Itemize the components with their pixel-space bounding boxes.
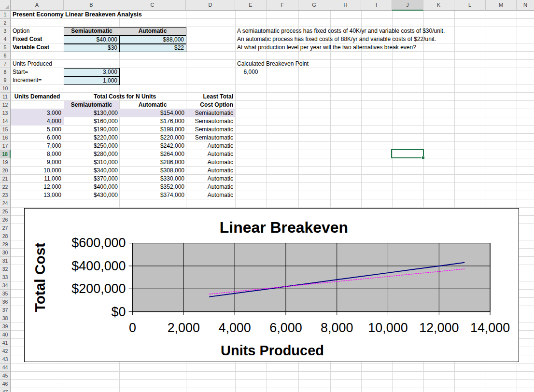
note-semiautomatic[interactable]: A semiautomatic process has fixed costs … — [237, 27, 445, 35]
row-header-34[interactable]: 34 — [0, 281, 11, 290]
row-header-23[interactable]: 23 — [0, 191, 11, 199]
row-header-33[interactable]: 33 — [0, 273, 11, 281]
column-header-D[interactable]: D — [186, 0, 235, 11]
row-header-14[interactable]: 14 — [0, 117, 11, 126]
row-header-5[interactable]: 5 — [0, 43, 11, 52]
row-header-26[interactable]: 26 — [0, 216, 11, 224]
row-header-24[interactable]: 24 — [0, 199, 11, 208]
column-header-F[interactable]: F — [267, 0, 298, 11]
cell-least-option[interactable]: Automatic — [186, 142, 235, 150]
row-header-3[interactable]: 3 — [0, 27, 11, 35]
row-header-29[interactable]: 29 — [0, 240, 11, 249]
row-header-47[interactable]: 47 — [0, 388, 11, 392]
row-header-25[interactable]: 25 — [0, 208, 11, 216]
units-produced-label-cell[interactable]: Units Produced — [13, 60, 52, 68]
row-header-21[interactable]: 21 — [0, 175, 11, 183]
cell-semi-cost[interactable]: $400,000 — [64, 183, 119, 191]
row-header-45[interactable]: 45 — [0, 372, 11, 380]
cell-least-option[interactable]: Automatic — [186, 175, 235, 183]
breakeven-value-cell[interactable]: 6,000 — [235, 68, 267, 76]
cell-units[interactable]: 12,000 — [11, 183, 64, 191]
column-header-J[interactable]: J — [392, 0, 423, 11]
breakeven-chart[interactable]: $0$200,000$400,000$600,00002,0004,0006,0… — [24, 208, 519, 362]
row-header-44[interactable]: 44 — [0, 364, 11, 372]
cell-least-option[interactable]: Automatic — [186, 183, 235, 191]
table-subheader-automatic[interactable]: Automatic — [119, 101, 186, 109]
row-header-39[interactable]: 39 — [0, 322, 11, 331]
cell-units[interactable]: 5,000 — [11, 126, 64, 134]
cell-auto-cost[interactable]: $374,000 — [119, 191, 186, 199]
row-header-30[interactable]: 30 — [0, 249, 11, 257]
cell-semi-cost[interactable]: $280,000 — [64, 150, 119, 158]
select-all-corner[interactable] — [0, 0, 11, 11]
row-header-32[interactable]: 32 — [0, 265, 11, 273]
start-label-cell[interactable]: Start= — [13, 68, 28, 76]
cell-semi-cost[interactable]: $220,000 — [64, 134, 119, 142]
cell-auto-cost[interactable]: $220,000 — [119, 134, 186, 142]
cell-units[interactable]: 8,000 — [11, 150, 64, 158]
cell-units[interactable]: 6,000 — [11, 134, 64, 142]
cell-semi-cost[interactable]: $340,000 — [64, 167, 119, 175]
row-header-9[interactable]: 9 — [0, 76, 11, 84]
table-header-cost-option[interactable]: Cost Option — [186, 101, 233, 109]
column-header-C[interactable]: C — [119, 0, 186, 11]
cell-auto-cost[interactable]: $352,000 — [119, 183, 186, 191]
row-header-35[interactable]: 35 — [0, 290, 11, 298]
row-header-17[interactable]: 17 — [0, 142, 11, 150]
row-header-20[interactable]: 20 — [0, 167, 11, 175]
column-header-G[interactable]: G — [298, 0, 330, 11]
cell-semi-cost[interactable]: $160,000 — [64, 117, 119, 126]
fill-handle[interactable] — [422, 156, 425, 159]
cell-semi-cost[interactable]: $310,000 — [64, 158, 119, 167]
cell-least-option[interactable]: Automatic — [186, 150, 235, 158]
column-header-B[interactable]: B — [64, 0, 119, 11]
cell-units[interactable]: 13,000 — [11, 191, 64, 199]
row-header-1[interactable]: 1 — [0, 11, 11, 19]
row-header-40[interactable]: 40 — [0, 331, 11, 339]
cell-semi-cost[interactable]: $430,000 — [64, 191, 119, 199]
column-header-E[interactable]: E — [235, 0, 267, 11]
row-header-36[interactable]: 36 — [0, 298, 11, 306]
row-header-16[interactable]: 16 — [0, 134, 11, 142]
increment-value-cell[interactable]: 1,000 — [64, 77, 120, 85]
variable-cost-label-cell[interactable]: Variable Cost — [13, 43, 49, 52]
variable-cost-automatic-cell[interactable]: $22 — [119, 44, 186, 52]
row-header-43[interactable]: 43 — [0, 355, 11, 364]
column-header-I[interactable]: I — [361, 0, 392, 11]
option-header-automatic[interactable]: Automatic — [119, 27, 186, 36]
row-header-6[interactable]: 6 — [0, 52, 11, 60]
table-header-least-total[interactable]: Least Total — [186, 93, 233, 101]
cell-semi-cost[interactable]: $370,000 — [64, 175, 119, 183]
start-value-cell[interactable]: 3,000 — [64, 68, 120, 77]
cell-auto-cost[interactable]: $154,000 — [119, 109, 186, 117]
row-header-8[interactable]: 8 — [0, 68, 11, 76]
column-header-L[interactable]: L — [454, 0, 486, 11]
cell-least-option[interactable]: Semiautomatic — [186, 134, 235, 142]
table-subheader-semiautomatic[interactable]: Semiautomatic — [64, 101, 119, 109]
row-header-28[interactable]: 28 — [0, 232, 11, 240]
cell-auto-cost[interactable]: $176,000 — [119, 117, 186, 126]
row-header-11[interactable]: 11 — [0, 93, 11, 101]
cell-auto-cost[interactable]: $242,000 — [119, 142, 186, 150]
fixed-cost-semiautomatic-cell[interactable]: $40,000 — [64, 36, 120, 44]
cell-semi-cost[interactable]: $250,000 — [64, 142, 119, 150]
breakeven-label-cell[interactable]: Calculated Breakeven Point — [237, 60, 309, 68]
row-header-22[interactable]: 22 — [0, 183, 11, 191]
row-header-37[interactable]: 37 — [0, 306, 11, 314]
option-label-cell[interactable]: Option — [13, 27, 29, 35]
row-header-12[interactable]: 12 — [0, 101, 11, 109]
cell-units[interactable]: 7,000 — [11, 142, 64, 150]
column-header-A[interactable]: A — [11, 0, 64, 11]
row-header-42[interactable]: 42 — [0, 347, 11, 355]
cell-units[interactable]: 9,000 — [11, 158, 64, 167]
row-header-31[interactable]: 31 — [0, 257, 11, 265]
cell-units[interactable]: 11,000 — [11, 175, 64, 183]
sheet-title-cell[interactable]: Present Economy Linear Breakeven Analysi… — [13, 11, 142, 19]
cell-semi-cost[interactable]: $190,000 — [64, 126, 119, 134]
cell-least-option[interactable]: Automatic — [186, 191, 235, 199]
row-header-15[interactable]: 15 — [0, 126, 11, 134]
cell-semi-cost[interactable]: $130,000 — [64, 109, 119, 117]
cell-least-option[interactable]: Automatic — [186, 167, 235, 175]
cell-auto-cost[interactable]: $308,000 — [119, 167, 186, 175]
cell-least-option[interactable]: Automatic — [186, 158, 235, 167]
